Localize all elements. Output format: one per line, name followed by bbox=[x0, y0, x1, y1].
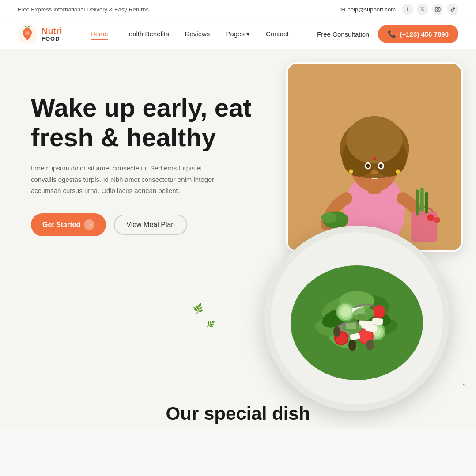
email-icon: ✉ bbox=[340, 6, 345, 13]
hero-heading: Wake up early, eat fresh & healthy bbox=[31, 93, 252, 152]
leaf-decoration-2: 🌿 bbox=[206, 319, 215, 328]
logo[interactable]: Nutri FOOD bbox=[18, 24, 62, 44]
svg-point-2 bbox=[438, 8, 439, 8]
nav-contact[interactable]: Contact bbox=[266, 30, 289, 38]
plate-circle bbox=[264, 226, 450, 411]
tiktok-icon[interactable] bbox=[447, 4, 458, 15]
svg-point-16 bbox=[379, 164, 383, 168]
svg-rect-21 bbox=[416, 190, 419, 216]
phone-button[interactable]: 📞 (+123) 456 7890 bbox=[378, 25, 458, 43]
nav-pages[interactable]: Pages ▾ bbox=[226, 30, 250, 38]
svg-point-43 bbox=[340, 306, 351, 317]
svg-rect-64 bbox=[372, 318, 383, 325]
logo-nutri: Nutri bbox=[42, 26, 62, 36]
svg-point-57 bbox=[366, 340, 374, 350]
svg-point-1 bbox=[437, 8, 438, 10]
hero-buttons: Get Started → View Meal Plan bbox=[31, 213, 252, 236]
hero-content: Wake up early, eat fresh & healthy Lorem… bbox=[31, 93, 252, 236]
get-started-button[interactable]: Get Started → bbox=[31, 213, 106, 236]
salad-inner bbox=[264, 226, 450, 411]
svg-point-25 bbox=[434, 217, 440, 223]
leaf-decoration-1: 🌿 bbox=[192, 303, 204, 315]
woman-image bbox=[288, 64, 461, 250]
svg-point-4 bbox=[25, 31, 30, 35]
svg-point-56 bbox=[348, 339, 356, 351]
svg-point-58 bbox=[333, 326, 340, 337]
email-address: help@support.com bbox=[348, 6, 396, 13]
logo-food: FOOD bbox=[42, 36, 62, 42]
hero-section: Wake up early, eat fresh & healthy Lorem… bbox=[0, 49, 476, 429]
free-consultation-text: Free Consultation bbox=[317, 30, 369, 38]
nav-home[interactable]: Home bbox=[91, 30, 108, 40]
svg-point-24 bbox=[427, 214, 434, 221]
svg-point-17 bbox=[371, 170, 378, 174]
social-icons: f 𝕏 bbox=[402, 4, 458, 15]
svg-rect-0 bbox=[435, 7, 440, 12]
svg-point-18 bbox=[349, 169, 353, 174]
svg-point-27 bbox=[321, 212, 336, 223]
woman-svg bbox=[288, 62, 461, 252]
topbar-right: ✉ help@support.com f 𝕏 bbox=[340, 4, 458, 15]
salad-plate bbox=[264, 226, 450, 411]
svg-point-54 bbox=[372, 305, 385, 318]
nav-health-benefits[interactable]: Health Benefits bbox=[124, 30, 169, 38]
phone-icon: 📞 bbox=[388, 30, 396, 38]
twitter-icon[interactable]: 𝕏 bbox=[417, 4, 428, 15]
delivery-text: Free Express International Delivery & Ea… bbox=[18, 6, 149, 13]
svg-point-12 bbox=[346, 116, 402, 164]
nav-reviews[interactable]: Reviews bbox=[185, 30, 210, 38]
svg-rect-23 bbox=[425, 192, 428, 213]
instagram-icon[interactable] bbox=[432, 4, 443, 15]
logo-icon bbox=[18, 24, 37, 44]
hero-paragraph: Lorem ipsum dolor sit amet consectetur. … bbox=[31, 162, 221, 196]
svg-point-28 bbox=[373, 157, 376, 160]
hero-images: 🌿 🌿 🌿 🌿 bbox=[229, 49, 476, 429]
nav-right: Free Consultation 📞 (+123) 456 7890 bbox=[317, 25, 458, 43]
svg-point-19 bbox=[396, 169, 400, 174]
salad-svg bbox=[264, 226, 450, 411]
phone-number: (+123) 456 7890 bbox=[400, 30, 449, 38]
facebook-icon[interactable]: f bbox=[402, 4, 413, 15]
woman-card bbox=[286, 62, 463, 252]
view-meal-plan-button[interactable]: View Meal Plan bbox=[114, 215, 187, 235]
svg-point-14 bbox=[366, 164, 370, 168]
svg-rect-22 bbox=[420, 188, 424, 212]
logo-text: Nutri FOOD bbox=[42, 26, 62, 42]
arrow-icon: → bbox=[84, 219, 94, 230]
navbar: Nutri FOOD Home Health Benefits Reviews … bbox=[0, 19, 476, 49]
topbar: Free Express International Delivery & Ea… bbox=[0, 0, 476, 19]
nav-links: Home Health Benefits Reviews Pages ▾ Con… bbox=[91, 30, 289, 38]
email-contact: ✉ help@support.com bbox=[340, 6, 396, 13]
